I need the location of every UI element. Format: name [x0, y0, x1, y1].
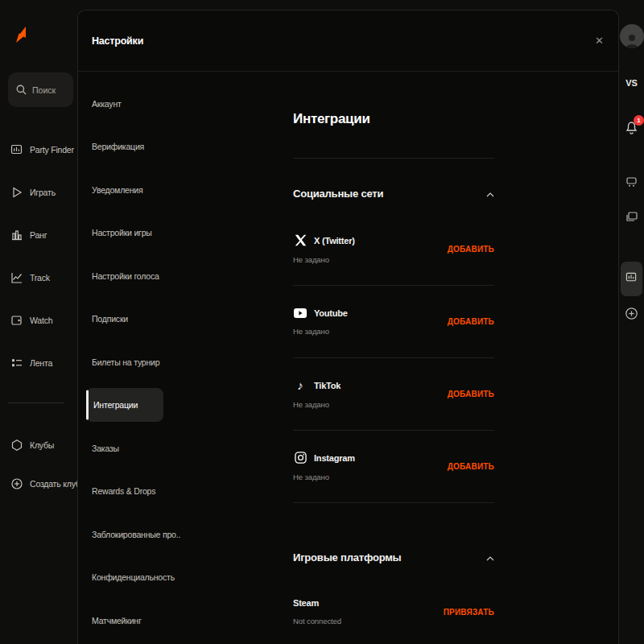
- platform-rows: Steam Not connected ПРИВЯЗАТЬ: [293, 574, 494, 644]
- settings-nav-notifications[interactable]: Уведомления: [78, 168, 284, 212]
- party-panel-icon: [625, 271, 638, 287]
- integration-row-steam: Steam Not connected ПРИВЯЗАТЬ: [293, 574, 494, 644]
- sidebar-item-label: Клубы: [30, 440, 54, 450]
- sidebar-item-party-finder[interactable]: Party Finder: [0, 128, 77, 171]
- sidebar-item-label: Party Finder: [30, 145, 74, 155]
- divider: [293, 158, 494, 159]
- settings-nav-voice-settings[interactable]: Настройки голоса: [78, 254, 284, 298]
- settings-nav-orders[interactable]: Заказы: [78, 427, 284, 470]
- play-icon: [10, 186, 23, 199]
- sidebar-item-label: Лента: [30, 358, 52, 368]
- settings-modal: Настройки ✕ Аккаунт Верификация Уведомле…: [77, 10, 619, 644]
- integration-name: Instagram: [314, 453, 355, 463]
- bell-icon[interactable]: 1: [625, 121, 638, 138]
- party-panel-button[interactable]: [621, 262, 642, 296]
- user-avatar[interactable]: [619, 24, 644, 48]
- integrations-content: Интеграции Социальные сети: [293, 81, 494, 644]
- integration-name: TikTok: [314, 381, 341, 390]
- settings-nav-blocked-profiles[interactable]: Заблокированные про..: [78, 513, 284, 556]
- sidebar-item-label: Создать клуб: [30, 479, 80, 489]
- social-rows: X (Twitter) Не задано ДОБАВИТЬ: [293, 213, 494, 503]
- add-button[interactable]: ДОБАВИТЬ: [448, 390, 494, 398]
- feed-icon: [10, 357, 23, 369]
- section-title: Социальные сети: [293, 188, 383, 200]
- sidebar-item-label: Ранг: [30, 230, 47, 240]
- sidebar-item-track[interactable]: Track: [0, 256, 77, 299]
- sidebar-item-watch[interactable]: Watch: [0, 299, 77, 341]
- integration-row-tiktok: ♪ TikTok Не задано ДОБАВИТЬ: [293, 358, 494, 431]
- integration-name: Youtube: [314, 308, 348, 318]
- settings-nav-subscriptions[interactable]: Подписки: [78, 298, 284, 341]
- close-icon[interactable]: ✕: [595, 35, 604, 47]
- console-icon[interactable]: [619, 176, 644, 188]
- section-title: Игровые платформы: [293, 551, 402, 564]
- settings-nav: Аккаунт Верификация Уведомления Настройк…: [78, 82, 284, 642]
- search-input-container[interactable]: [8, 72, 73, 107]
- search-icon: [15, 84, 27, 96]
- section-game-platforms: Игровые платформы: [293, 550, 494, 564]
- sidebar-item-feed[interactable]: Лента: [0, 341, 77, 384]
- sidebar-item-create-club[interactable]: Создать клуб: [0, 464, 77, 503]
- settings-nav-verification[interactable]: Верификация: [78, 126, 284, 169]
- watch-icon: [10, 314, 23, 327]
- instagram-icon: [293, 452, 308, 464]
- integration-status: Не задано: [293, 327, 348, 336]
- sidebar-footer: Клубы Создать клуб: [0, 426, 77, 503]
- sidebar-item-label: Играть: [30, 188, 56, 197]
- youtube-icon: [293, 308, 308, 318]
- rank-icon: [10, 229, 23, 242]
- sidebar-item-play[interactable]: Играть: [0, 171, 77, 213]
- settings-nav-matchmaking[interactable]: Матчмейкинг: [78, 599, 284, 642]
- sidebar-item-label: Watch: [30, 316, 52, 325]
- settings-nav-tournament-tickets[interactable]: Билеты на турнир: [78, 341, 284, 384]
- chevron-up-icon[interactable]: [486, 186, 494, 200]
- integration-row-youtube: Youtube Не задано ДОБАВИТЬ: [293, 286, 494, 358]
- x-twitter-icon: [293, 234, 308, 246]
- integration-status: Не задано: [293, 255, 355, 264]
- track-icon: [10, 271, 23, 284]
- notification-badge: 1: [634, 115, 644, 126]
- link-button[interactable]: ПРИВЯЗАТЬ: [444, 608, 494, 617]
- add-button[interactable]: ДОБАВИТЬ: [448, 245, 494, 254]
- add-button[interactable]: ДОБАВИТЬ: [448, 462, 494, 471]
- integration-row-instagram: Instagram Не задано ДОБАВИТЬ: [293, 431, 494, 503]
- add-icon[interactable]: [619, 307, 644, 320]
- app-sidebar: Party Finder Играть Ранг: [0, 0, 77, 644]
- modal-title: Настройки: [92, 35, 143, 47]
- integration-name: X (Twitter): [314, 236, 355, 246]
- clubs-icon: [10, 439, 23, 452]
- sidebar-item-clubs[interactable]: Клубы: [0, 426, 77, 464]
- tiktok-icon: ♪: [293, 380, 308, 391]
- integration-status: Не задано: [293, 400, 341, 409]
- active-indicator: [86, 390, 89, 420]
- right-rail: VS 1: [619, 0, 644, 644]
- chevron-up-icon[interactable]: [486, 550, 494, 564]
- settings-nav-game-settings[interactable]: Настройки игры: [78, 212, 284, 255]
- brand-arrow-icon[interactable]: [9, 25, 28, 44]
- settings-nav-account[interactable]: Аккаунт: [78, 82, 284, 126]
- vs-button[interactable]: VS: [619, 78, 644, 88]
- sidebar-divider: [8, 402, 64, 403]
- settings-nav-rewards-drops[interactable]: Rewards & Drops: [78, 470, 284, 514]
- sidebar-item-label: Track: [30, 273, 50, 283]
- integration-status: Не задано: [293, 473, 355, 481]
- sidebar-item-rank[interactable]: Ранг: [0, 213, 77, 256]
- multi-window-icon[interactable]: [619, 211, 644, 223]
- modal-header: Настройки ✕: [78, 10, 618, 72]
- search-input[interactable]: [32, 85, 74, 95]
- section-social-networks: Социальные сети: [293, 186, 494, 200]
- add-button[interactable]: ДОБАВИТЬ: [448, 317, 494, 326]
- integration-name: Steam: [293, 598, 319, 608]
- party-finder-icon: [10, 143, 23, 156]
- sidebar-nav: Party Finder Играть Ранг: [0, 128, 77, 384]
- create-club-icon: [10, 477, 23, 490]
- settings-nav-integrations[interactable]: Интеграции: [78, 384, 284, 427]
- integration-status: Not connected: [293, 617, 341, 625]
- integration-row-x-twitter: X (Twitter) Не задано ДОБАВИТЬ: [293, 213, 494, 286]
- settings-nav-privacy[interactable]: Конфиденциальность: [78, 556, 284, 600]
- page-title: Интеграции: [293, 111, 370, 127]
